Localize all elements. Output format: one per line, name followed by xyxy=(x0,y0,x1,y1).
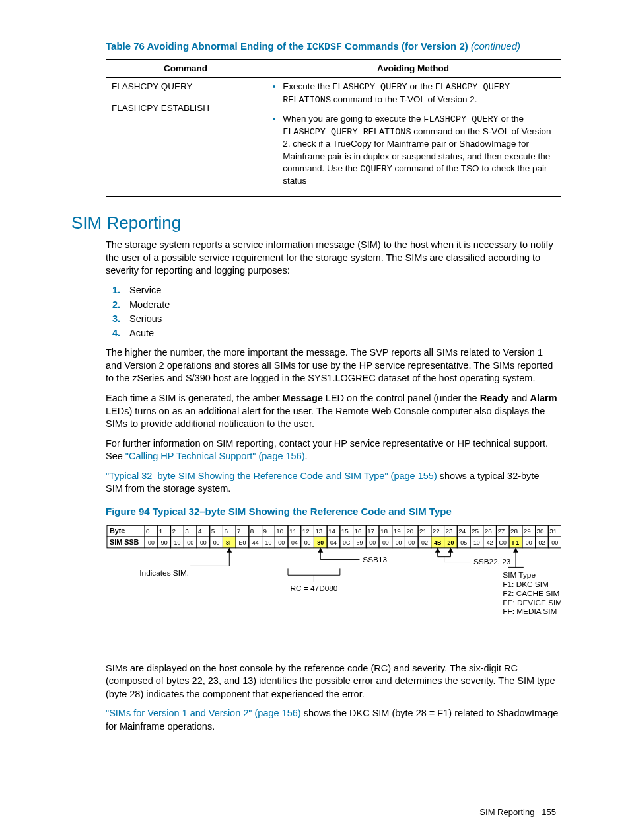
bold: Message xyxy=(283,393,323,403)
svg-text:04: 04 xyxy=(291,539,298,546)
caption-suffix: Commands (for Version 2) xyxy=(342,40,471,52)
svg-text:SIM SSB: SIM SSB xyxy=(110,538,139,546)
figure-94: ByteSIM SSB00019021030040050068F7E084491… xyxy=(106,523,559,653)
svg-text:69: 69 xyxy=(356,539,363,546)
svg-text:10: 10 xyxy=(265,539,271,546)
svg-text:10: 10 xyxy=(473,539,480,546)
method-bullet-1: Execute the FLASHCPY QUERY or the FLASHC… xyxy=(283,81,555,106)
cmd1: FLASHCPY QUERY xyxy=(112,81,260,93)
svg-text:26: 26 xyxy=(485,527,492,535)
svg-text:10: 10 xyxy=(174,539,180,546)
cell-method: Execute the FLASHCPY QUERY or the FLASHC… xyxy=(265,78,561,197)
svg-text:21: 21 xyxy=(419,527,427,535)
svg-text:FF: MEDIA SIM: FF: MEDIA SIM xyxy=(503,607,557,617)
list-item: Serious xyxy=(123,313,559,326)
figure-caption: Figure 94 Typical 32–byte SIM Showing th… xyxy=(106,505,559,518)
svg-text:11: 11 xyxy=(289,527,297,535)
svg-text:20: 20 xyxy=(406,527,413,535)
svg-marker-133 xyxy=(227,548,232,553)
svg-marker-143 xyxy=(448,548,453,553)
paragraph-led: Each time a SIM is generated, the amber … xyxy=(106,392,559,431)
svg-text:10: 10 xyxy=(276,527,283,535)
svg-text:00: 00 xyxy=(187,539,193,546)
svg-text:00: 00 xyxy=(396,539,402,546)
svg-text:00: 00 xyxy=(408,539,415,546)
svg-text:8: 8 xyxy=(250,527,254,535)
svg-text:17: 17 xyxy=(367,527,374,535)
section-heading: SIM Reporting xyxy=(71,211,559,235)
text: or the xyxy=(407,81,435,91)
svg-text:00: 00 xyxy=(200,539,207,546)
svg-text:6: 6 xyxy=(224,527,228,535)
method-bullet-2: When you are going to execute the FLASHC… xyxy=(283,113,555,187)
text: Each time a SIM is generated, the amber xyxy=(106,393,283,403)
svg-text:14: 14 xyxy=(328,527,335,535)
svg-text:19: 19 xyxy=(394,527,401,535)
svg-text:18: 18 xyxy=(380,527,388,535)
paragraph-support: For further information on SIM reporting… xyxy=(106,438,559,463)
code: CQUERY xyxy=(360,164,392,174)
svg-text:0C: 0C xyxy=(343,539,351,546)
paragraph-svp: The higher the number, the more importan… xyxy=(106,346,559,385)
link-sims-table[interactable]: "SIMs for Version 1 and Version 2" (page… xyxy=(106,708,301,718)
paragraph-dkc: "SIMs for Version 1 and Version 2" (page… xyxy=(106,707,559,733)
svg-text:00: 00 xyxy=(213,539,220,546)
link-figure-94[interactable]: "Typical 32–byte SIM Showing the Referen… xyxy=(106,471,437,481)
svg-text:02: 02 xyxy=(538,539,545,546)
svg-text:1: 1 xyxy=(159,527,162,535)
page-footer: SIM Reporting 155 xyxy=(71,806,559,818)
text: When you are going to execute the xyxy=(283,114,423,124)
cell-commands: FLASHCPY QUERY FLASHCPY ESTABLISH xyxy=(106,78,265,197)
svg-text:00: 00 xyxy=(526,539,532,546)
text: . xyxy=(305,451,308,461)
svg-text:30: 30 xyxy=(537,527,544,535)
svg-text:00: 00 xyxy=(304,539,311,546)
svg-text:0: 0 xyxy=(146,527,150,535)
link-tech-support[interactable]: "Calling HP Technical Support" (page 156… xyxy=(125,451,305,461)
cmd2: FLASHCPY ESTABLISH xyxy=(112,102,260,114)
svg-text:F1: DKC SIM: F1: DKC SIM xyxy=(503,580,549,589)
text: and xyxy=(508,393,530,403)
severity-list: Service Moderate Serious Acute xyxy=(106,284,559,340)
svg-text:2: 2 xyxy=(172,527,176,535)
svg-marker-141 xyxy=(435,548,440,553)
svg-text:27: 27 xyxy=(497,527,505,535)
svg-marker-137 xyxy=(318,548,323,553)
svg-text:C0: C0 xyxy=(499,539,507,546)
code: FLASHCPY QUERY RELATIONS xyxy=(283,127,411,137)
paragraph-rc: SIMs are displayed on the host console b… xyxy=(106,662,559,701)
svg-text:00: 00 xyxy=(551,539,558,546)
svg-text:05: 05 xyxy=(460,539,467,546)
svg-text:16: 16 xyxy=(355,527,362,535)
col-command: Command xyxy=(106,60,265,78)
caption-prefix: Table 76 Avoiding Abnormal Ending of the xyxy=(106,40,306,52)
svg-text:12: 12 xyxy=(302,527,310,535)
list-item: Service xyxy=(123,284,559,297)
svg-text:4: 4 xyxy=(198,527,202,535)
svg-text:29: 29 xyxy=(524,527,531,535)
svg-text:Byte: Byte xyxy=(110,527,125,535)
svg-text:SIM Type: SIM Type xyxy=(503,570,536,580)
svg-text:00: 00 xyxy=(148,539,155,546)
svg-text:4B: 4B xyxy=(434,539,441,546)
svg-text:28: 28 xyxy=(510,527,518,535)
paragraph-figref: "Typical 32–byte SIM Showing the Referen… xyxy=(106,470,559,496)
col-method: Avoiding Method xyxy=(265,60,561,78)
svg-text:00: 00 xyxy=(278,539,285,546)
text: command to the T-VOL of Version 2. xyxy=(331,95,477,104)
command-table: Command Avoiding Method FLASHCPY QUERY F… xyxy=(106,59,561,197)
text: LED on the control panel (under the xyxy=(323,393,480,403)
svg-text:04: 04 xyxy=(330,539,337,546)
text: Execute the xyxy=(283,81,332,91)
list-item: Acute xyxy=(123,327,559,340)
svg-text:13: 13 xyxy=(315,527,322,535)
footer-label: SIM Reporting xyxy=(479,807,534,817)
sim-byte-diagram: ByteSIM SSB00019021030040050068F7E084491… xyxy=(106,523,561,649)
svg-text:24: 24 xyxy=(458,527,466,535)
text: or the xyxy=(499,114,524,124)
bold: Ready xyxy=(480,393,509,403)
svg-text:FE: DEVICE SIM: FE: DEVICE SIM xyxy=(503,598,561,607)
svg-text:00: 00 xyxy=(382,539,389,546)
caption-code: ICKDSF xyxy=(306,42,342,53)
svg-text:RC = 47D080: RC = 47D080 xyxy=(290,584,337,593)
